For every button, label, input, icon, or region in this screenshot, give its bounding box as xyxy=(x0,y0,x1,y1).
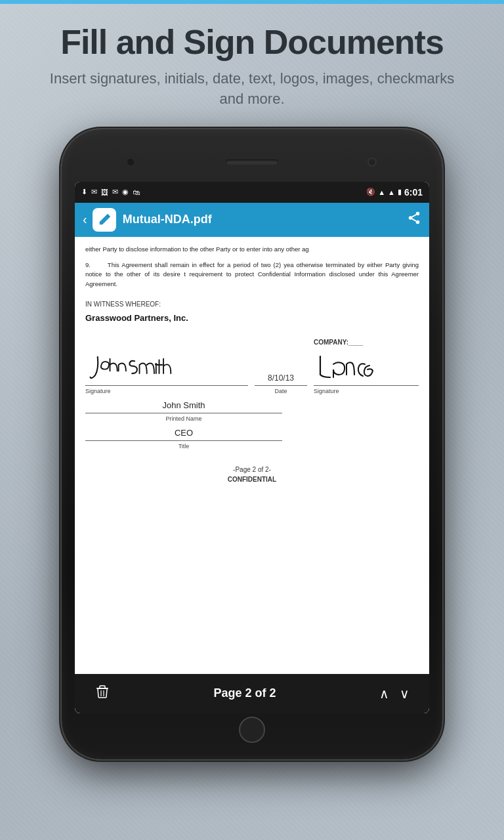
page-footer: -Page 2 of 2- CONFIDENTIAL xyxy=(85,465,419,484)
signature-block-left: Signature xyxy=(85,346,248,396)
share-icon xyxy=(407,211,421,225)
back-button[interactable]: ‹ xyxy=(83,212,87,227)
app-toolbar: ‹ Mutual-NDA.pdf xyxy=(75,203,429,237)
wifi-icon: ▲ xyxy=(378,188,385,196)
confidential-label: CONFIDENTIAL xyxy=(85,474,419,484)
trash-icon xyxy=(94,684,110,700)
trash-button[interactable] xyxy=(94,684,110,704)
printed-name-value: John Smith xyxy=(85,399,282,412)
title-row: CEO Title xyxy=(85,427,419,452)
phone-sensor xyxy=(127,159,134,165)
page-footer-text: -Page 2 of 2- xyxy=(85,465,419,474)
printed-name-row: John Smith Printed Name xyxy=(85,399,419,424)
date-block: 8/10/13 Date xyxy=(255,372,307,396)
john-smith-signature xyxy=(85,346,184,383)
svg-line-4 xyxy=(412,215,416,217)
svg-line-3 xyxy=(412,219,416,222)
printed-name-block: John Smith Printed Name xyxy=(85,399,282,424)
mail-status-icon: ✉ xyxy=(91,188,97,196)
battery-icon: ▮ xyxy=(398,188,402,196)
svg-rect-6 xyxy=(96,688,108,689)
pen-icon xyxy=(97,213,112,227)
phone-device: ⬇ ✉ 🖼 ✉ ◉ 🛍 🔇 ▲ ▲ ▮ 6:01 ‹ xyxy=(62,129,442,759)
bottom-navigation-bar: Page 2 of 2 ∧ ∨ xyxy=(75,674,429,713)
printed-name-line xyxy=(85,413,282,413)
company-name: Grasswood Partners, Inc. xyxy=(85,312,419,325)
app-icon xyxy=(93,208,116,232)
camera-status-icon: ◉ xyxy=(122,188,129,196)
svg-point-2 xyxy=(416,220,420,224)
signature-label-left: Signature xyxy=(85,387,248,396)
navigation-arrows: ∧ ∨ xyxy=(379,686,410,702)
company-label: COMPANY:____ xyxy=(314,337,419,347)
prev-page-button[interactable]: ∧ xyxy=(379,686,389,702)
signature-label-right: Signature xyxy=(314,387,419,396)
image-status-icon: 🖼 xyxy=(101,188,108,196)
status-icons-right: 🔇 ▲ ▲ ▮ 6:01 xyxy=(366,187,423,198)
mute-icon: 🔇 xyxy=(366,188,375,196)
witness-section: IN WITNESS WHEREOF: Grasswood Partners, … xyxy=(85,299,419,484)
signature-line-right xyxy=(314,385,419,386)
signature-line-left xyxy=(85,385,248,386)
status-time: 6:01 xyxy=(404,187,423,198)
title-block: CEO Title xyxy=(85,427,282,452)
svg-point-1 xyxy=(409,217,413,220)
date-label: Date xyxy=(255,387,307,396)
subtitle: Insert signatures, initials, date, text,… xyxy=(39,69,465,110)
share-button[interactable] xyxy=(407,211,421,228)
status-icons-left: ⬇ ✉ 🖼 ✉ ◉ 🛍 xyxy=(81,188,140,196)
top-accent-bar xyxy=(0,0,504,4)
toolbar-title: Mutual-NDA.pdf xyxy=(123,213,407,226)
bag-status-icon: 🛍 xyxy=(133,188,140,196)
signature-row: Signature 8/10/13 Date COMPANY:____ xyxy=(85,337,419,396)
date-value: 8/10/13 xyxy=(255,372,307,384)
company-right-block: COMPANY:____ xyxy=(314,337,419,396)
phone-bottom-bezel xyxy=(75,713,429,746)
page-info: Page 2 of 2 xyxy=(213,686,276,700)
title-line xyxy=(85,440,282,441)
status-bar: ⬇ ✉ 🖼 ✉ ◉ 🛍 🔇 ▲ ▲ ▮ 6:01 xyxy=(75,182,429,203)
document-content[interactable]: either Party to disclose information to … xyxy=(75,237,429,674)
phone-speaker xyxy=(226,159,278,165)
header-section: Fill and Sign Documents Insert signature… xyxy=(0,4,504,123)
title-value: CEO xyxy=(85,427,282,440)
phone-screen: ⬇ ✉ 🖼 ✉ ◉ 🛍 🔇 ▲ ▲ ▮ 6:01 ‹ xyxy=(75,182,429,713)
paragraph-9: 9. This Agreement shall remain in effect… xyxy=(85,261,419,289)
printed-name-label: Printed Name xyxy=(85,415,282,424)
phone-top-bezel xyxy=(75,142,429,182)
main-title: Fill and Sign Documents xyxy=(39,24,465,61)
svg-point-0 xyxy=(416,212,420,216)
lance-signature xyxy=(314,350,392,383)
phone-body: ⬇ ✉ 🖼 ✉ ◉ 🛍 🔇 ▲ ▲ ▮ 6:01 ‹ xyxy=(62,129,442,759)
title-label: Title xyxy=(85,442,282,452)
paragraph-8-continuation: either Party to disclose information to … xyxy=(85,245,419,254)
section-num-9: 9. xyxy=(85,261,105,270)
mail2-status-icon: ✉ xyxy=(112,188,118,196)
download-status-icon: ⬇ xyxy=(81,188,87,196)
signal-icon: ▲ xyxy=(388,188,395,196)
phone-camera xyxy=(368,158,377,167)
next-page-button[interactable]: ∨ xyxy=(400,686,410,702)
home-button[interactable] xyxy=(239,717,265,743)
witness-label: IN WITNESS WHEREOF: xyxy=(85,299,419,309)
date-line xyxy=(255,385,307,386)
